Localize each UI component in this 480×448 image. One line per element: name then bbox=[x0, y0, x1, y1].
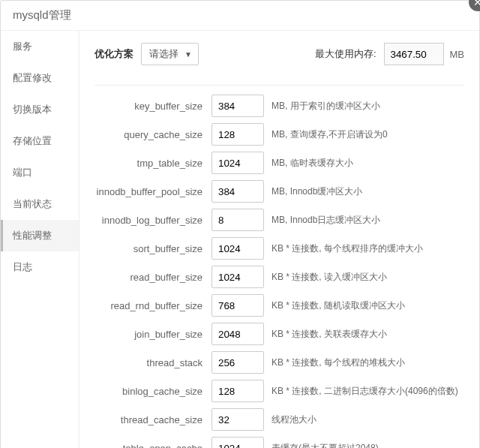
setting-label: binlog_cache_size bbox=[94, 386, 212, 397]
main-panel: 优化方案 请选择 ▼ 最大使用内存: MB key_buffer_sizeMB,… bbox=[80, 31, 479, 448]
setting-desc: MB, 用于索引的缓冲区大小 bbox=[272, 100, 380, 113]
setting-input[interactable] bbox=[212, 180, 264, 203]
setting-input[interactable] bbox=[212, 380, 264, 402]
sidebar-item[interactable]: 性能调整 bbox=[1, 220, 79, 251]
setting-label: thread_cache_size bbox=[94, 414, 212, 425]
setting-desc: KB * 连接数, 每个线程排序的缓冲大小 bbox=[272, 242, 423, 255]
setting-desc: KB * 连接数, 读入缓冲区大小 bbox=[272, 271, 387, 284]
max-memory-label: 最大使用内存: bbox=[315, 47, 376, 61]
setting-input[interactable] bbox=[212, 237, 264, 260]
setting-desc: KB * 连接数, 关联表缓存大小 bbox=[272, 328, 387, 341]
plan-label: 优化方案 bbox=[94, 47, 134, 61]
setting-label: read_buffer_size bbox=[94, 272, 212, 283]
setting-label: innodb_buffer_pool_size bbox=[94, 186, 212, 197]
setting-input[interactable] bbox=[212, 437, 264, 448]
divider bbox=[94, 85, 464, 86]
max-memory-unit: MB bbox=[450, 49, 465, 60]
setting-input[interactable] bbox=[212, 152, 264, 174]
setting-input[interactable] bbox=[212, 209, 264, 231]
modal-title: mysqld管理 bbox=[1, 1, 479, 31]
setting-label: read_rnd_buffer_size bbox=[94, 300, 212, 311]
setting-row: innodb_log_buffer_sizeMB, Innodb日志缓冲区大小 bbox=[94, 209, 464, 231]
setting-desc: 表缓存(最大不要超过2048) bbox=[272, 442, 379, 449]
setting-desc: KB * 连接数, 二进制日志缓存大小(4096的倍数) bbox=[272, 385, 458, 398]
sidebar: 服务配置修改切换版本存储位置端口当前状态性能调整日志 bbox=[1, 31, 80, 448]
setting-row: read_rnd_buffer_sizeKB * 连接数, 随机读取缓冲区大小 bbox=[94, 294, 464, 317]
setting-row: query_cache_sizeMB, 查询缓存,不开启请设为0 bbox=[94, 123, 464, 146]
setting-row: innodb_buffer_pool_sizeMB, Innodb缓冲区大小 bbox=[94, 180, 464, 203]
plan-select[interactable]: 请选择 ▼ bbox=[141, 43, 199, 65]
setting-row: key_buffer_sizeMB, 用于索引的缓冲区大小 bbox=[94, 95, 464, 117]
setting-desc: MB, 临时表缓存大小 bbox=[272, 157, 353, 170]
sidebar-item[interactable]: 服务 bbox=[1, 31, 79, 62]
setting-desc: MB, Innodb缓冲区大小 bbox=[272, 185, 362, 198]
chevron-down-icon: ▼ bbox=[184, 50, 192, 59]
setting-row: sort_buffer_sizeKB * 连接数, 每个线程排序的缓冲大小 bbox=[94, 237, 464, 260]
setting-desc: 线程池大小 bbox=[272, 413, 316, 426]
mysqld-modal: ✕ mysqld管理 服务配置修改切换版本存储位置端口当前状态性能调整日志 优化… bbox=[0, 0, 480, 448]
setting-label: thread_stack bbox=[94, 357, 212, 368]
sidebar-item[interactable]: 端口 bbox=[1, 157, 79, 188]
setting-row: binlog_cache_sizeKB * 连接数, 二进制日志缓存大小(409… bbox=[94, 380, 464, 402]
setting-row: thread_stackKB * 连接数, 每个线程的堆栈大小 bbox=[94, 351, 464, 374]
setting-input[interactable] bbox=[212, 266, 264, 288]
setting-desc: KB * 连接数, 每个线程的堆栈大小 bbox=[272, 356, 405, 369]
setting-input[interactable] bbox=[212, 123, 264, 146]
setting-row: table_open_cache表缓存(最大不要超过2048) bbox=[94, 437, 464, 448]
setting-label: join_buffer_size bbox=[94, 329, 212, 340]
setting-label: innodb_log_buffer_size bbox=[94, 215, 212, 226]
sidebar-item[interactable]: 存储位置 bbox=[1, 125, 79, 157]
setting-label: sort_buffer_size bbox=[94, 243, 212, 254]
max-memory-input[interactable] bbox=[384, 43, 444, 65]
sidebar-item[interactable]: 配置修改 bbox=[1, 62, 79, 94]
setting-row: thread_cache_size线程池大小 bbox=[94, 408, 464, 431]
sidebar-item[interactable]: 当前状态 bbox=[1, 188, 79, 220]
setting-row: tmp_table_sizeMB, 临时表缓存大小 bbox=[94, 152, 464, 174]
setting-row: join_buffer_sizeKB * 连接数, 关联表缓存大小 bbox=[94, 323, 464, 345]
setting-desc: MB, Innodb日志缓冲区大小 bbox=[272, 214, 380, 227]
setting-label: table_open_cache bbox=[94, 443, 212, 449]
plan-value: 请选择 bbox=[149, 47, 178, 61]
setting-label: tmp_table_size bbox=[94, 158, 212, 169]
setting-input[interactable] bbox=[212, 408, 264, 431]
setting-input[interactable] bbox=[212, 95, 264, 117]
setting-input[interactable] bbox=[212, 294, 264, 317]
setting-label: key_buffer_size bbox=[94, 101, 212, 112]
setting-label: query_cache_size bbox=[94, 129, 212, 140]
setting-input[interactable] bbox=[212, 351, 264, 374]
setting-desc: MB, 查询缓存,不开启请设为0 bbox=[272, 128, 388, 141]
setting-input[interactable] bbox=[212, 323, 264, 345]
setting-desc: KB * 连接数, 随机读取缓冲区大小 bbox=[272, 299, 405, 312]
setting-row: read_buffer_sizeKB * 连接数, 读入缓冲区大小 bbox=[94, 266, 464, 288]
sidebar-item[interactable]: 切换版本 bbox=[1, 94, 79, 125]
sidebar-item[interactable]: 日志 bbox=[1, 251, 79, 283]
